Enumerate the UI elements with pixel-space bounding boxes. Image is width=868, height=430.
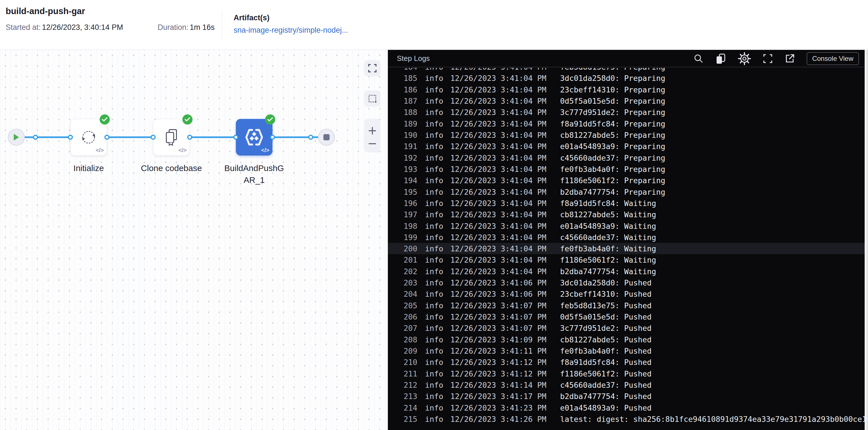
log-row[interactable]: 204info12/26/2023 3:41:06 PM23cbeff14310… (388, 288, 865, 299)
log-num: 199 (404, 233, 417, 241)
step-label-build-and-push-gar: BuildAndPushG AR_1 (212, 162, 297, 186)
log-row[interactable]: 198info12/26/2023 3:41:04 PMe01a454893a9… (388, 220, 865, 231)
canvas-fit-view-button[interactable] (364, 60, 380, 76)
log-msg: b2dba7477754: Pushed (560, 392, 652, 401)
log-row[interactable]: 189info12/26/2023 3:41:04 PMf8a91dd5fc84… (388, 118, 865, 130)
log-row[interactable]: 202info12/26/2023 3:41:04 PMb2dba7477754… (388, 266, 865, 277)
log-lvl: info (425, 222, 443, 230)
connector-port (308, 135, 313, 140)
log-row[interactable]: 185info12/26/2023 3:41:04 PM3dc01da258d0… (388, 73, 865, 84)
log-lvl: info (425, 267, 443, 276)
started-at-label: Started at: (6, 23, 41, 32)
log-time: 12/26/2023 3:41:14 PM (450, 380, 546, 389)
log-time: 12/26/2023 3:41:07 PM (450, 301, 546, 310)
zoom-out-button[interactable] (368, 142, 377, 145)
log-row[interactable]: 208info12/26/2023 3:41:09 PMcb81227abde5… (388, 334, 865, 345)
log-num: 193 (404, 165, 417, 173)
log-row[interactable]: 205info12/26/2023 3:41:07 PMfeb5d8d13e75… (388, 300, 865, 311)
log-rows[interactable]: 184info12/26/2023 3:41:04 PMfeb5d8d13e75… (388, 68, 865, 430)
check-icon (268, 117, 273, 122)
log-msg: fe0fb3ab4a0f: Waiting (560, 244, 656, 253)
log-lvl: info (425, 335, 443, 344)
copy-logs-button[interactable] (715, 53, 726, 64)
log-msg: 0d5f5a015e5d: Preparing (560, 97, 665, 105)
log-num: 209 (404, 346, 417, 355)
canvas-marquee-select-button[interactable] (364, 90, 380, 107)
log-lvl: info (425, 324, 443, 333)
console-view-button[interactable]: Console View (807, 52, 859, 65)
log-msg: cb81227abde5: Preparing (560, 131, 665, 140)
log-row[interactable]: 191info12/26/2023 3:41:04 PMe01a454893a9… (388, 141, 865, 152)
log-settings-button[interactable] (738, 52, 751, 65)
log-row[interactable]: 201info12/26/2023 3:41:04 PMf1186e5061f2… (388, 254, 865, 265)
expand-logs-button[interactable] (763, 54, 773, 64)
log-msg: e01a454893a9: Waiting (560, 222, 656, 230)
log-row[interactable]: 193info12/26/2023 3:41:04 PMfe0fb3ab4a0f… (388, 164, 865, 175)
step-node-initialize[interactable]: </> (70, 119, 107, 155)
log-row[interactable]: 199info12/26/2023 3:41:04 PMc45660adde37… (388, 232, 865, 243)
log-msg: 3c777d951de2: Pushed (560, 324, 652, 333)
log-msg: 3dc01da258d0: Preparing (560, 74, 665, 83)
log-row[interactable]: 206info12/26/2023 3:41:07 PM0d5f5a015e5d… (388, 311, 865, 322)
log-time: 12/26/2023 3:41:04 PM (450, 142, 546, 151)
log-lvl: info (425, 97, 443, 105)
log-row[interactable]: 195info12/26/2023 3:41:04 PMb2dba7477754… (388, 186, 865, 197)
log-row[interactable]: 211info12/26/2023 3:41:12 PMf1186e5061f2… (388, 368, 865, 379)
log-row[interactable]: 200info12/26/2023 3:41:04 PMfe0fb3ab4a0f… (388, 243, 865, 254)
log-row[interactable]: 187info12/26/2023 3:41:04 PM0d5f5a015e5d… (388, 95, 865, 107)
step-label-clone-codebase: Clone codebase (129, 162, 214, 174)
log-time: 12/26/2023 3:41:04 PM (450, 176, 546, 185)
log-row[interactable]: 194info12/26/2023 3:41:04 PMf1186e5061f2… (388, 175, 865, 186)
log-row[interactable]: 215info12/26/2023 3:41:26 PMlatest: dige… (388, 413, 865, 425)
log-row[interactable]: 186info12/26/2023 3:41:04 PM23cbeff14310… (388, 84, 865, 95)
log-time: 12/26/2023 3:41:09 PM (450, 335, 546, 344)
copy-icon (715, 53, 726, 64)
log-lvl: info (425, 380, 443, 389)
search-button[interactable] (693, 54, 704, 64)
log-num: 185 (404, 74, 417, 83)
zoom-in-button[interactable] (368, 126, 377, 135)
scrollbar-track[interactable] (865, 50, 868, 430)
log-num: 190 (404, 131, 417, 140)
log-row[interactable]: 210info12/26/2023 3:41:12 PMf8a91dd5fc84… (388, 356, 865, 368)
log-time: 12/26/2023 3:41:11 PM (450, 346, 546, 355)
step-node-clone-codebase[interactable]: </> (153, 119, 190, 155)
log-row[interactable]: 213info12/26/2023 3:41:17 PMb2dba7477754… (388, 391, 865, 402)
log-num: 191 (404, 142, 417, 151)
log-row[interactable]: 196info12/26/2023 3:41:04 PMf8a91dd5fc84… (388, 198, 865, 209)
log-time: 12/26/2023 3:41:06 PM (450, 290, 546, 298)
log-row[interactable]: 203info12/26/2023 3:41:06 PM3dc01da258d0… (388, 277, 865, 288)
log-row[interactable]: 192info12/26/2023 3:41:04 PMc45660adde37… (388, 152, 865, 164)
log-time: 12/26/2023 3:41:04 PM (450, 256, 546, 264)
marquee-select-icon (368, 94, 377, 103)
artifact-link[interactable]: sna-image-registry/simple-nodej... (234, 26, 348, 35)
log-row[interactable]: 209info12/26/2023 3:41:11 PMfe0fb3ab4a0f… (388, 345, 865, 356)
log-row[interactable]: 184info12/26/2023 3:41:04 PMfeb5d8d13e75… (388, 68, 865, 73)
connector-port (187, 135, 192, 140)
log-row[interactable]: 207info12/26/2023 3:41:07 PM3c777d951de2… (388, 322, 865, 334)
log-row[interactable]: 212info12/26/2023 3:41:14 PMc45660adde37… (388, 379, 865, 391)
log-num: 189 (404, 119, 417, 128)
log-num: 198 (404, 222, 417, 230)
open-in-new-button[interactable] (785, 54, 795, 64)
log-time: 12/26/2023 3:41:04 PM (450, 85, 546, 94)
log-time: 12/26/2023 3:41:04 PM (450, 153, 546, 162)
log-time: 12/26/2023 3:41:12 PM (450, 358, 546, 367)
log-time: 12/26/2023 3:41:04 PM (450, 131, 546, 140)
log-row[interactable]: 190info12/26/2023 3:41:04 PMcb81227abde5… (388, 130, 865, 141)
plus-icon (368, 126, 377, 135)
log-msg: 3dc01da258d0: Pushed (560, 278, 652, 287)
step-node-build-and-push-gar[interactable]: </> (236, 119, 273, 155)
log-lvl: info (425, 68, 443, 71)
open-in-new-icon (785, 54, 795, 64)
started-at: Started at: 12/26/2023, 3:40:14 PM (6, 23, 123, 32)
log-row[interactable]: 197info12/26/2023 3:41:04 PMcb81227abde5… (388, 209, 865, 220)
log-row[interactable]: 214info12/26/2023 3:41:23 PMe01a454893a9… (388, 402, 865, 413)
log-msg: f8a91dd5fc84: Preparing (560, 119, 665, 128)
log-time: 12/26/2023 3:41:12 PM (450, 369, 546, 378)
log-msg: cb81227abde5: Pushed (560, 335, 652, 344)
pipeline-canvas[interactable]: </> </> </> (0, 50, 388, 430)
stop-icon (323, 134, 330, 140)
log-row[interactable]: 188info12/26/2023 3:41:04 PM3c777d951de2… (388, 107, 865, 118)
duration-label: Duration: (158, 23, 189, 32)
